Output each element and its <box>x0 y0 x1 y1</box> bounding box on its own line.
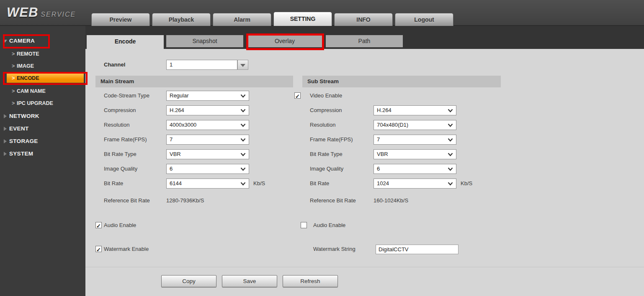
sub-bit-rate-type-select[interactable]: VBR <box>374 149 456 159</box>
copy-button[interactable]: Copy <box>161 275 216 287</box>
refresh-button[interactable]: Refresh <box>283 275 338 287</box>
video-enable-checkbox[interactable]: ✓ <box>294 92 301 99</box>
sub-stream-section-header: Sub Stream <box>302 76 501 87</box>
watermark-enable-label: Watermark Enable <box>104 244 149 254</box>
sub-audio-enable-label: Audio Enable <box>313 220 345 230</box>
select-value: Regular <box>170 91 189 100</box>
channel-label: Channel <box>104 60 125 70</box>
sidebar-item-ipc-upgrade[interactable]: > IPC UPGRADE <box>0 100 85 107</box>
main-image-quality-select[interactable]: 6 <box>166 164 249 174</box>
sidebar-item-cam-name[interactable]: > CAM NAME <box>0 87 85 95</box>
sidebar-group-label: EVENT <box>9 125 29 133</box>
checkmark-icon: ✓ <box>96 247 101 253</box>
select-value: VBR <box>377 150 388 159</box>
select-value: VBR <box>170 150 181 159</box>
main-resolution-select[interactable]: 4000x3000 <box>166 120 249 130</box>
content-tabstrip: Encode Snapshot Overlay Path <box>85 26 644 49</box>
tab-path[interactable]: Path <box>326 35 403 47</box>
reference-bit-rate-value: 160-1024Kb/S <box>374 196 408 206</box>
sidebar-group-event[interactable]: EVENT <box>0 125 85 133</box>
channel-select-value: 1 <box>170 60 173 69</box>
field-label: Frame Rate(FPS) <box>104 135 147 145</box>
checkmark-icon: ✓ <box>295 93 300 100</box>
chevron-down-icon <box>448 138 453 142</box>
chevron-down-icon <box>448 182 453 186</box>
main-bit-rate-select[interactable]: 6144 <box>166 179 249 189</box>
nav-tab-preview[interactable]: Preview <box>91 13 150 26</box>
kbps-unit-label: Kb/S <box>461 179 472 189</box>
sub-audio-enable-checkbox[interactable] <box>301 222 307 228</box>
sub-frame-rate-select[interactable]: 7 <box>374 135 456 145</box>
select-value: H.264 <box>377 106 392 115</box>
chevron-right-icon: > <box>12 100 15 107</box>
main-frame-rate-select[interactable]: 7 <box>166 135 249 145</box>
channel-select[interactable]: 1 <box>166 60 248 70</box>
chevron-right-icon: > <box>12 62 15 70</box>
watermark-string-label: Watermark String <box>313 244 355 254</box>
video-enable-label: Video Enable <box>310 91 342 101</box>
nav-tab-info[interactable]: INFO <box>334 13 393 26</box>
tab-overlay[interactable]: Overlay <box>246 35 323 47</box>
sidebar-group-label: STORAGE <box>9 137 38 145</box>
field-label: Compression <box>310 105 342 115</box>
main-compression-select[interactable]: H.264 <box>166 105 249 115</box>
tab-encode[interactable]: Encode <box>87 35 164 49</box>
select-value: H.264 <box>170 106 184 115</box>
select-value: 1024 <box>377 179 389 188</box>
watermark-string-input[interactable] <box>376 245 459 254</box>
channel-dropdown-button[interactable] <box>237 60 248 70</box>
sub-resolution-select[interactable]: 704x480(D1) <box>374 120 456 130</box>
nav-tab-logout[interactable]: Logout <box>395 13 453 26</box>
select-value: 6 <box>377 164 380 174</box>
select-value: 4000x3000 <box>170 120 196 130</box>
main-bit-rate-type-select[interactable]: VBR <box>166 149 249 159</box>
triangle-down-icon <box>240 64 245 67</box>
sub-bit-rate-select[interactable]: 1024 <box>374 179 456 189</box>
chevron-down-icon <box>448 109 453 112</box>
sidebar-item-label: CAM NAME <box>17 87 46 95</box>
main-audio-enable-checkbox[interactable]: ✓ <box>95 222 102 228</box>
sidebar-item-remote[interactable]: > REMOTE <box>0 50 85 58</box>
chevron-down-icon <box>240 167 246 171</box>
field-label: Image Quality <box>310 164 343 174</box>
sidebar-group-network[interactable]: NETWORK <box>0 112 85 120</box>
channel-select-value-box: 1 <box>166 60 237 70</box>
triangle-right-icon <box>4 139 7 143</box>
main-stream-section-header: Main Stream <box>95 76 293 87</box>
chevron-down-icon <box>448 167 453 171</box>
sidebar-group-storage[interactable]: STORAGE <box>0 137 85 145</box>
page: WEBSERVICE Preview Playback Alarm SETTIN… <box>0 0 644 296</box>
save-button[interactable]: Save <box>222 275 277 287</box>
nav-tab-alarm[interactable]: Alarm <box>213 13 271 26</box>
select-value: 7 <box>170 135 173 144</box>
sub-image-quality-select[interactable]: 6 <box>374 164 456 174</box>
chevron-down-icon <box>448 123 453 127</box>
code-stream-type-select[interactable]: Regular <box>166 91 249 101</box>
sidebar-item-label: IPC UPGRADE <box>17 100 53 107</box>
sidebar: CAMERA > REMOTE > IMAGE > ENCODE > CAM N… <box>0 26 85 296</box>
select-value: 6144 <box>170 179 182 188</box>
field-label: Bit Rate Type <box>310 149 343 159</box>
reference-bit-rate-label: Reference Bit Rate <box>310 196 356 206</box>
triangle-right-icon <box>4 152 7 156</box>
reference-bit-rate-value: 1280-7936Kb/S <box>166 196 204 206</box>
sidebar-item-image[interactable]: > IMAGE <box>0 62 85 70</box>
sidebar-item-label: IMAGE <box>17 62 34 70</box>
triangle-right-icon <box>4 114 7 118</box>
sidebar-group-label: SYSTEM <box>9 150 33 158</box>
tab-snapshot[interactable]: Snapshot <box>166 35 243 47</box>
chevron-right-icon: > <box>12 50 15 58</box>
logo-service-text: SERVICE <box>41 11 76 18</box>
sidebar-item-encode-active[interactable]: > ENCODE <box>7 74 84 83</box>
sidebar-group-system[interactable]: SYSTEM <box>0 150 85 158</box>
chevron-right-icon: > <box>12 87 15 95</box>
field-label: Bit Rate <box>104 179 123 189</box>
watermark-enable-checkbox[interactable]: ✓ <box>95 246 102 252</box>
sidebar-group-camera[interactable]: CAMERA <box>0 37 85 45</box>
sub-compression-select[interactable]: H.264 <box>374 105 456 115</box>
nav-tab-playback[interactable]: Playback <box>152 13 211 26</box>
sidebar-group-label: NETWORK <box>9 112 39 120</box>
kbps-unit-label: Kb/S <box>253 179 265 189</box>
nav-tab-setting[interactable]: SETTING <box>273 12 332 26</box>
logo-web-text: WEB <box>7 5 38 20</box>
